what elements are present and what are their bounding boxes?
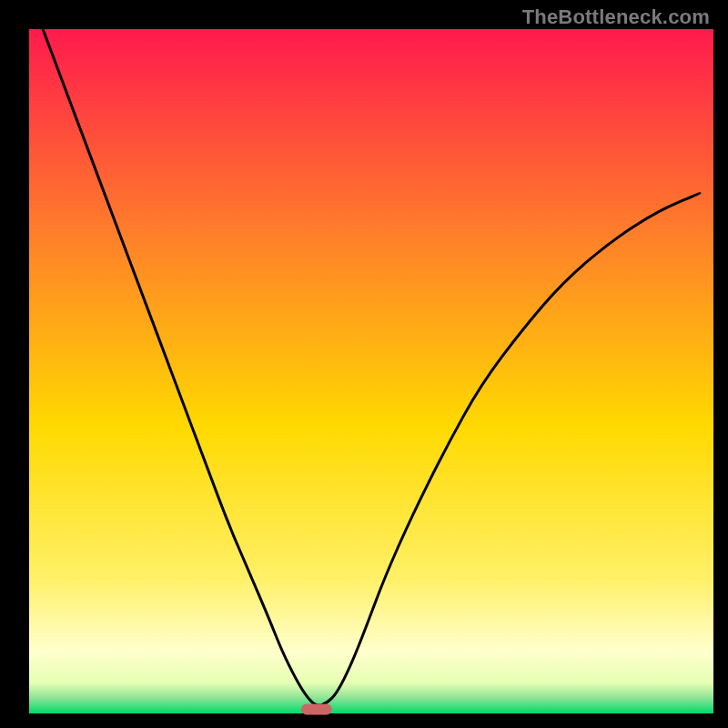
bottleneck-chart (0, 0, 728, 728)
chart-container: TheBottleneck.com (0, 0, 728, 728)
optimum-marker (301, 703, 332, 714)
attribution-label: TheBottleneck.com (522, 5, 710, 29)
